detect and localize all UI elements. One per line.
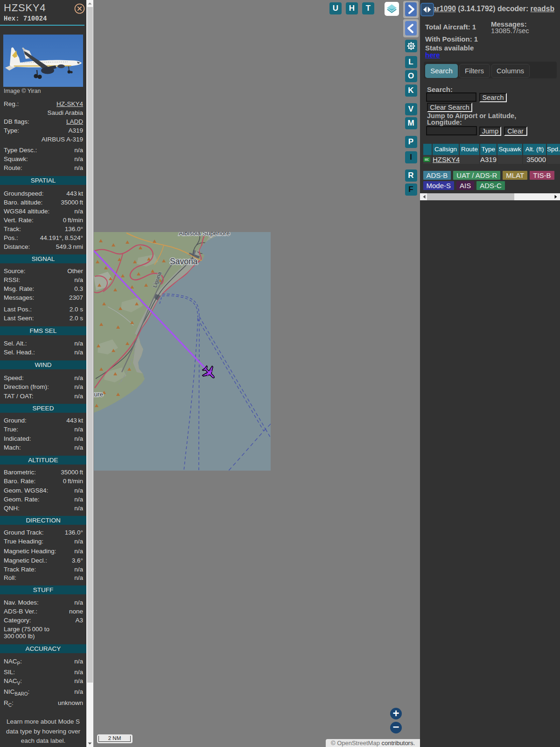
svg-text:Savona: Savona — [170, 257, 198, 266]
svg-text:Albisola Superiore: Albisola Superiore — [179, 232, 230, 237]
svg-text:gure: gure — [94, 391, 103, 398]
